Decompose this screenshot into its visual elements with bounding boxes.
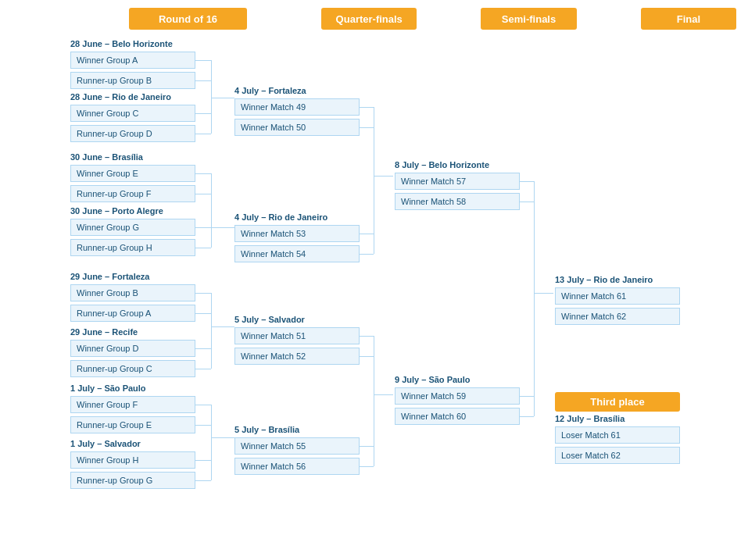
qf-match3-slot1: Winner Match 51 [234, 327, 360, 344]
qf-match2-date: 4 July – Rio de Janeiro [234, 212, 327, 222]
r16-group5-slot2: Runner-up Group A [70, 305, 195, 322]
qf-match4-slot2: Winner Match 56 [234, 458, 360, 475]
header-r16: Round of 16 [129, 8, 247, 30]
qf-match1-date: 4 July – Fortaleza [234, 86, 306, 95]
r16-group6-slot2: Runner-up Group C [70, 360, 195, 377]
r16-group7-slot1: Winner Group F [70, 396, 195, 413]
qf-match3-slot2: Winner Match 52 [234, 348, 360, 365]
r16-group5-date: 29 June – Fortaleza [70, 272, 150, 281]
r16-group6-slot1: Winner Group D [70, 340, 195, 357]
r16-group1-slot1: Winner Group A [70, 52, 195, 69]
third-slot1: Loser Match 61 [555, 426, 680, 444]
r16-group3-slot1: Winner Group E [70, 165, 195, 182]
r16-group8-slot1: Winner Group H [70, 451, 195, 469]
r16-group2-slot1: Winner Group C [70, 105, 195, 122]
sf-match1-slot2: Winner Match 58 [395, 193, 520, 210]
r16-group7-slot2: Runner-up Group E [70, 416, 195, 433]
header-qf: Quarter-finals [321, 8, 417, 30]
qf-match4-slot1: Winner Match 55 [234, 437, 360, 455]
qf-match2-slot1: Winner Match 53 [234, 225, 360, 242]
qf-match2-slot2: Winner Match 54 [234, 245, 360, 262]
r16-group3-date: 30 June – Brasília [70, 152, 143, 162]
r16-group3-slot2: Runner-up Group F [70, 185, 195, 202]
sf-match1-date: 8 July – Belo Horizonte [395, 160, 489, 169]
r16-group8-slot2: Runner-up Group G [70, 472, 195, 489]
sf-match2-date: 9 July – São Paulo [395, 375, 471, 384]
bracket-area: 28 June – Belo Horizonte Winner Group A … [12, 39, 731, 560]
r16-group7-date: 1 July – São Paulo [70, 383, 146, 393]
sf-match2-slot1: Winner Match 59 [395, 387, 520, 405]
r16-group5-slot1: Winner Group B [70, 284, 195, 301]
qf-match1-slot1: Winner Match 49 [234, 98, 360, 116]
r16-group1-slot2: Runner-up Group B [70, 72, 195, 89]
sf-match2-slot2: Winner Match 60 [395, 408, 520, 425]
r16-group1-date: 28 June – Belo Horizonte [70, 39, 173, 48]
header-sf: Semi-finals [481, 8, 576, 30]
qf-match1-slot2: Winner Match 50 [234, 119, 360, 136]
r16-group4-date: 30 June – Porto Alegre [70, 206, 163, 216]
final-slot1: Winner Match 61 [555, 287, 680, 305]
r16-group2-date: 28 June – Rio de Janeiro [70, 92, 171, 102]
r16-group2-slot2: Runner-up Group D [70, 125, 195, 142]
r16-group8-date: 1 July – Salvador [70, 439, 141, 448]
third-date: 12 July – Brasília [555, 414, 625, 423]
third-slot2: Loser Match 62 [555, 447, 680, 464]
final-date: 13 July – Rio de Janeiro [555, 275, 653, 284]
sf-match1-slot1: Winner Match 57 [395, 173, 520, 190]
qf-match4-date: 5 July – Brasília [234, 425, 299, 434]
third-place-header: Third place [555, 392, 680, 412]
header-final: Final [641, 8, 736, 30]
final-slot2: Winner Match 62 [555, 308, 680, 325]
r16-group4-slot2: Runner-up Group H [70, 239, 195, 256]
r16-group6-date: 29 June – Recife [70, 327, 138, 337]
qf-match3-date: 5 July – Salvador [234, 315, 305, 324]
r16-group4-slot1: Winner Group G [70, 219, 195, 236]
